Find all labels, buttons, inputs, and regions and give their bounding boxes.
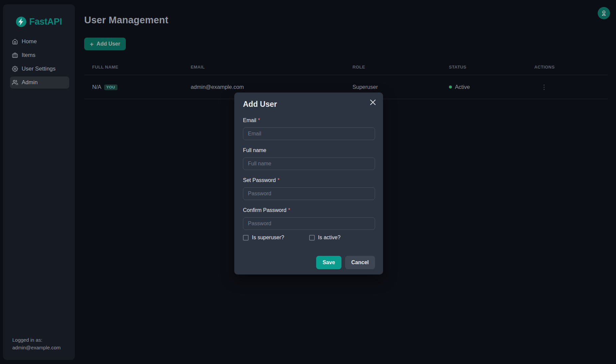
modal-close-button[interactable] [368,98,377,106]
email-label: Email* [243,117,375,123]
confirm-password-field-group: Confirm Password* [243,207,375,230]
checkbox-box[interactable] [243,235,249,241]
sidebar-item-label: User Settings [22,66,56,72]
gear-icon [12,66,18,72]
modal-title: Add User [243,100,375,109]
full-name-field-group: Full name [243,147,375,170]
cell-actions: ⋮ [526,75,608,99]
is-active-label: Is active? [318,235,341,241]
required-marker: * [278,177,280,183]
column-header-status: STATUS [441,60,526,75]
modal-actions: Save Cancel [243,256,375,269]
email-field[interactable] [243,127,375,140]
cell-full-name: N/AYOU [84,75,183,99]
sidebar-item-label: Home [22,38,37,45]
sidebar-item-label: Admin [22,79,38,86]
column-header-full-name: FULL NAME [84,60,183,75]
sidebar-item-home[interactable]: Home [10,36,69,48]
table-header-row: FULL NAME EMAIL ROLE STATUS ACTIONS [84,60,608,75]
briefcase-icon [12,52,18,58]
email-field-group: Email* [243,117,375,140]
home-icon [12,39,18,45]
logged-in-email: admin@example.com [12,344,69,352]
set-password-label: Set Password* [243,177,375,183]
add-user-form: Email* Full name Set Password* Confirm P… [243,117,375,269]
brand-logo: FastAPI [16,17,62,27]
sidebar: FastAPI Home Items User Settings Admin L… [3,4,75,360]
fastapi-bolt-icon [16,17,26,27]
sidebar-item-user-settings[interactable]: User Settings [10,63,69,75]
status-label: Active [455,84,470,90]
add-user-button[interactable]: + Add User [84,38,126,50]
row-actions-menu-button[interactable]: ⋮ [538,83,550,91]
required-marker: * [258,117,260,123]
is-superuser-checkbox[interactable]: Is superuser? [243,235,309,241]
add-user-label: Add User [97,41,120,47]
checkbox-row: Is superuser? Is active? [243,235,375,241]
required-marker: * [288,207,290,213]
full-name-label: Full name [243,147,375,153]
users-icon [12,80,18,86]
sidebar-item-items[interactable]: Items [10,49,69,61]
column-header-role: ROLE [344,60,441,75]
set-password-field-group: Set Password* [243,177,375,200]
logged-in-label: Logged in as: [12,336,69,344]
logged-in-info: Logged in as: admin@example.com [3,336,75,360]
user-avatar-icon [600,10,607,17]
brand-name: FastAPI [29,17,62,27]
full-name-value: N/A [92,84,102,90]
cancel-button[interactable]: Cancel [345,256,375,269]
page-title: User Management [84,15,608,26]
sidebar-item-label: Items [22,52,36,59]
sidebar-item-admin[interactable]: Admin [10,77,69,89]
add-user-modal: Add User Email* Full name Set Password* … [234,92,383,274]
plus-icon: + [90,41,94,47]
column-header-actions: ACTIONS [526,60,608,75]
checkbox-box[interactable] [309,235,315,241]
user-menu-button[interactable] [598,7,610,19]
status-dot [449,86,452,89]
confirm-password-label: Confirm Password* [243,207,375,213]
close-icon [370,99,376,105]
set-password-field[interactable] [243,187,375,200]
you-badge: YOU [104,85,118,90]
ellipsis-icon: ⋮ [541,84,547,91]
is-active-checkbox[interactable]: Is active? [309,235,375,241]
sidebar-nav: Home Items User Settings Admin [10,36,69,89]
full-name-field[interactable] [243,157,375,170]
save-button[interactable]: Save [316,256,341,269]
confirm-password-field[interactable] [243,217,375,230]
cell-status: Active [441,75,526,99]
column-header-email: EMAIL [183,60,344,75]
is-superuser-label: Is superuser? [252,235,284,241]
